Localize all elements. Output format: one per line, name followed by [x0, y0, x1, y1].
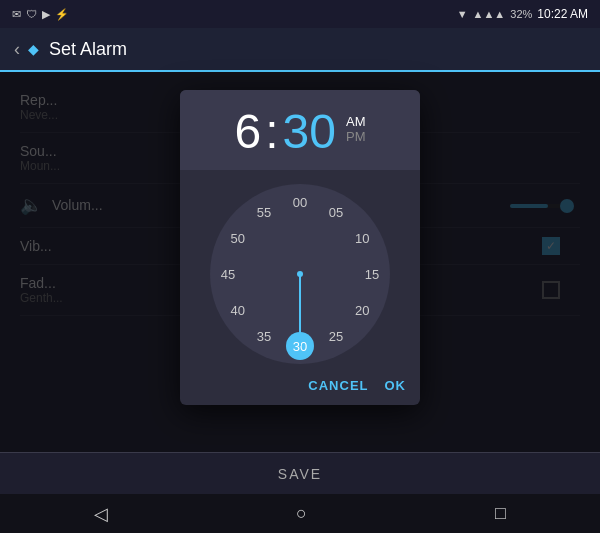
time-ampm: AM PM [346, 114, 366, 144]
time-colon: : [265, 108, 278, 156]
dialog-buttons: CANCEL OK [180, 372, 420, 405]
clock-number-30[interactable]: 30 [286, 332, 314, 360]
recent-nav-icon[interactable]: □ [495, 503, 506, 524]
clock-number-45[interactable]: 45 [221, 267, 235, 282]
clock-container: 000510152025303540455055 [180, 170, 420, 372]
time-display: 6 : 30 AM PM [180, 90, 420, 170]
time-hour[interactable]: 6 [235, 108, 262, 156]
home-nav-icon[interactable]: ○ [296, 503, 307, 524]
signal-icon: ▲▲▲ [473, 8, 506, 20]
battery-level: 32% [510, 8, 532, 20]
nav-bar: ◁ ○ □ [0, 494, 600, 533]
app-icon: ◆ [28, 41, 39, 57]
wifi-icon: ▼ [457, 8, 468, 20]
save-bar[interactable]: SAVE [0, 452, 600, 494]
video-icon: ▶ [42, 8, 50, 21]
status-time: 10:22 AM [537, 7, 588, 21]
clock-number-55[interactable]: 55 [257, 204, 271, 219]
shield-icon: 🛡 [26, 8, 37, 20]
cancel-button[interactable]: CANCEL [308, 378, 368, 393]
time-minutes[interactable]: 30 [283, 108, 336, 156]
title-bar: ‹ ◆ Set Alarm [0, 28, 600, 72]
status-icons: ✉ 🛡 ▶ ⚡ [12, 8, 451, 21]
clock-number-35[interactable]: 35 [257, 329, 271, 344]
clock-number-25[interactable]: 25 [329, 329, 343, 344]
clock-center [297, 271, 303, 277]
clock-number-10[interactable]: 10 [355, 231, 369, 246]
status-right: ▼ ▲▲▲ 32% 10:22 AM [457, 7, 588, 21]
ok-button[interactable]: OK [385, 378, 407, 393]
clock-number-00[interactable]: 00 [293, 195, 307, 210]
alarm-dialog: 6 : 30 AM PM 000510152025303540455055 CA… [180, 90, 420, 405]
back-nav-icon[interactable]: ◁ [94, 503, 108, 525]
bolt-icon: ⚡ [55, 8, 69, 21]
clock-number-20[interactable]: 20 [355, 303, 369, 318]
clock-number-05[interactable]: 05 [329, 204, 343, 219]
clock-face[interactable]: 000510152025303540455055 [210, 184, 390, 364]
page-title: Set Alarm [49, 39, 127, 60]
clock-number-15[interactable]: 15 [365, 267, 379, 282]
status-bar: ✉ 🛡 ▶ ⚡ ▼ ▲▲▲ 32% 10:22 AM [0, 0, 600, 28]
am-selector[interactable]: AM [346, 114, 366, 129]
clock-number-40[interactable]: 40 [230, 303, 244, 318]
clock-number-50[interactable]: 50 [230, 231, 244, 246]
main-content: Rep... Neve... Sou... Moun... 🔈 Volum...… [0, 72, 600, 452]
msg-icon: ✉ [12, 8, 21, 21]
pm-selector[interactable]: PM [346, 129, 366, 144]
save-label: SAVE [278, 466, 322, 482]
back-button[interactable]: ‹ [14, 39, 20, 60]
